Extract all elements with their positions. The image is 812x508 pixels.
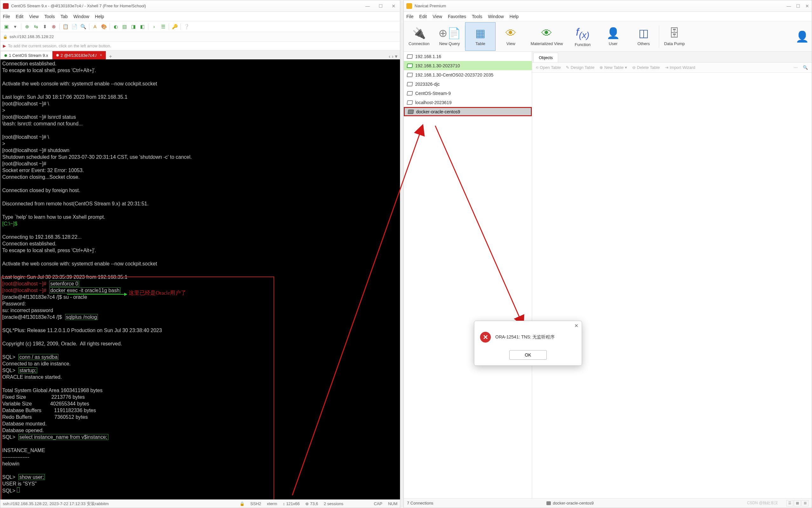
menu-tools[interactable]: Tools — [472, 14, 482, 19]
search-icon[interactable]: 🔍 — [79, 23, 87, 31]
new-session-icon[interactable]: ▣ — [2, 23, 10, 31]
delete-table-button[interactable]: ⊖Delete Table — [630, 65, 662, 70]
connection-item[interactable]: 192.168.1.30-2023710 — [404, 61, 532, 70]
connection-item[interactable]: 192.168.1.16 — [404, 52, 532, 61]
menu-tab[interactable]: Tab — [60, 14, 68, 19]
connect-icon[interactable]: ⇆ — [32, 23, 40, 31]
annotation-box — [1, 277, 274, 499]
menu-favorites[interactable]: Favorites — [448, 14, 466, 19]
view-icon: 👁 — [505, 27, 516, 39]
tool5-icon[interactable]: ☰ — [159, 23, 167, 31]
menu-help[interactable]: Help — [510, 14, 519, 19]
new-table-button[interactable]: ⊕New Table ▾ — [598, 65, 629, 70]
db-icon — [407, 82, 413, 86]
others-button[interactable]: ◫ Others — [628, 22, 659, 51]
menu-file[interactable]: File — [406, 14, 414, 19]
connection-item-docker-oracle[interactable]: docker-oracle-centos9 — [404, 107, 532, 116]
annotation-text: 这里已经是Oracle用户了 — [129, 290, 186, 296]
search-icon[interactable]: 🔍 — [801, 65, 810, 70]
xshell-app-icon — [3, 3, 9, 9]
error-dialog: ✕ ✕ ORA-12541: TNS: 无监听程序 OK — [474, 321, 582, 366]
ftp-icon[interactable]: ⬍ — [41, 23, 49, 31]
list-view-icon[interactable]: ☰ — [786, 500, 793, 506]
account-button[interactable]: 👤 — [793, 22, 812, 51]
window-controls: — ☐ ✕ — [363, 3, 397, 9]
menu-window[interactable]: Window — [488, 14, 504, 19]
maximize-button[interactable]: ☐ — [796, 3, 800, 9]
function-button[interactable]: f(x) Function — [567, 22, 598, 51]
tool1-icon[interactable]: ◐ — [112, 23, 120, 31]
chevron-down-icon: ▾ — [625, 65, 627, 70]
run-icon[interactable]: › — [150, 23, 158, 31]
window-controls: — ☐ ✕ — [786, 3, 809, 9]
annotation-arrow-icon — [67, 291, 127, 297]
maximize-button[interactable]: ☐ — [377, 3, 385, 9]
menu-view[interactable]: View — [433, 14, 442, 19]
materialized-view-button[interactable]: 👁 Materialized View — [526, 22, 567, 51]
tab-menu-icon[interactable]: ‹ › ▾ — [386, 53, 400, 59]
objects-tab[interactable]: Objects — [533, 53, 558, 62]
status-sessions: 2 sessions — [324, 501, 343, 506]
close-button[interactable]: ✕ — [805, 3, 809, 9]
menu-file[interactable]: File — [3, 14, 10, 19]
view-button[interactable]: 👁 View — [496, 22, 526, 51]
connection-item[interactable]: 2023326-djc — [404, 79, 532, 89]
ok-button[interactable]: OK — [509, 350, 547, 360]
menu-window[interactable]: Window — [73, 14, 89, 19]
copy-icon[interactable]: 📋 — [61, 23, 70, 31]
tab-close-icon[interactable]: × — [100, 53, 102, 57]
terminal[interactable]: Connection established. To escape to loc… — [0, 59, 400, 499]
data-pump-button[interactable]: 🗄 Data Pump — [659, 22, 690, 51]
disconnect-icon[interactable]: ⊗ — [49, 23, 58, 31]
close-button[interactable]: ✕ — [390, 3, 397, 9]
status-term: xterm — [267, 501, 277, 506]
minimize-button[interactable]: — — [363, 3, 372, 9]
tool4-icon[interactable]: ◧ — [138, 23, 147, 31]
tab-centos[interactable]: 1 CentOS Stream 9.x — [0, 51, 52, 59]
add-icon[interactable]: ⊕ — [23, 23, 31, 31]
design-table-button[interactable]: ✎Design Table — [564, 65, 596, 70]
db-icon — [407, 73, 413, 77]
view-mode-icons: ☰ ▦ ⊞ — [786, 500, 809, 506]
more-icon[interactable]: ⋯ — [792, 65, 800, 70]
help-icon[interactable]: ❔ — [182, 23, 191, 31]
navicat-title-bar: Navicat Premium — ☐ ✕ — [404, 0, 812, 12]
paste-icon[interactable]: 📄 — [70, 23, 78, 31]
tab-container[interactable]: 2 @4f130183e7c4:/ × — [52, 51, 106, 59]
import-wizard-button[interactable]: ⇥Import Wizard — [663, 65, 697, 70]
navicat-status-bar: 7 Connections docker-oracle-centos9 CSDN… — [404, 498, 812, 508]
menu-view[interactable]: View — [29, 14, 39, 19]
tool2-icon[interactable]: ▤ — [120, 23, 129, 31]
menu-tools[interactable]: Tools — [44, 14, 55, 19]
new-tab-button[interactable]: + — [106, 54, 115, 59]
open-table-button[interactable]: ⎋Open Table — [534, 65, 563, 70]
key-icon[interactable]: 🔑 — [171, 23, 179, 31]
connection-button[interactable]: 🔌 Connection — [404, 22, 434, 51]
user-button[interactable]: 👤 User — [598, 22, 628, 51]
menu-edit[interactable]: Edit — [16, 14, 24, 19]
detail-view-icon[interactable]: ▦ — [794, 500, 801, 506]
minimize-button[interactable]: — — [786, 3, 791, 9]
status-dot-icon — [56, 54, 59, 56]
navicat-menu-bar: File Edit View Favorites Tools Window He… — [404, 12, 812, 21]
tool3-icon[interactable]: ◨ — [129, 23, 137, 31]
address-text[interactable]: ssh://192.168.35.128:22 — [9, 34, 397, 39]
xshell-title-bar: CentOS Stream 9.x - @4f130183e7c4:/ - Xs… — [0, 0, 400, 12]
connection-item[interactable]: 192.168.1.30-CentOS02-2023720 2035 — [404, 70, 532, 79]
new-query-button[interactable]: ⊕📄 New Query — [434, 22, 465, 51]
db-icon — [407, 54, 413, 59]
plug-icon: 🔌 — [412, 27, 426, 39]
color-icon[interactable]: 🎨 — [100, 23, 108, 31]
grid-view-icon[interactable]: ⊞ — [802, 500, 809, 506]
status-pos: ⊕ 73,6 — [305, 501, 318, 506]
status-cap: CAP — [374, 501, 382, 506]
menu-help[interactable]: Help — [95, 14, 104, 19]
db-icon — [408, 110, 414, 114]
font-icon[interactable]: A — [91, 23, 99, 31]
open-icon[interactable]: ▾ — [11, 23, 19, 31]
dialog-close-button[interactable]: ✕ — [574, 323, 578, 329]
menu-edit[interactable]: Edit — [419, 14, 427, 19]
table-button[interactable]: ▦ Table — [465, 22, 496, 51]
connection-item[interactable]: localhost-2023619 — [404, 98, 532, 107]
connection-item[interactable]: CentOS-Stream-9 — [404, 89, 532, 98]
